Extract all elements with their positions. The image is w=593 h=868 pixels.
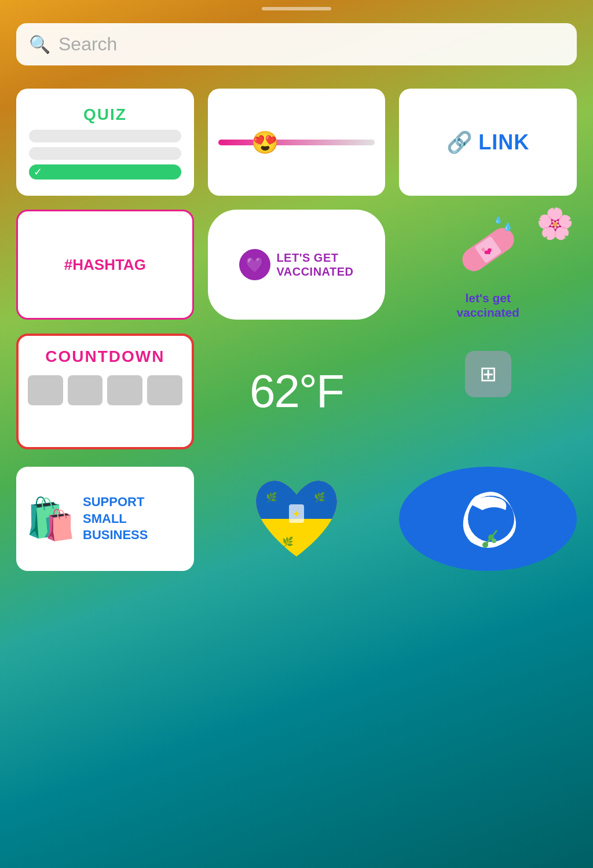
countdown-block-3 <box>107 375 142 405</box>
search-bar[interactable]: 🔍 Search <box>16 23 577 65</box>
slider-emoji: 😍 <box>251 130 279 155</box>
svg-text:💧: 💧 <box>494 215 503 224</box>
vaccine-illustration-sticker[interactable]: 🌸 ❤ 💧 💧 let's get vaccinated <box>399 210 577 320</box>
vaccination-icon-circle: 💜 <box>239 249 270 280</box>
vaccine-illustration-text: let's get vaccinated <box>456 291 519 320</box>
temperature-value: 62°F <box>250 365 343 418</box>
sticker-grid-row1: QUIZ ✓ 😍 🔗 LINK #HASHTAG 💜 LET'S GET VAC… <box>16 89 577 320</box>
countdown-block-4 <box>147 375 182 405</box>
vaccination-badge-sticker[interactable]: 💜 LET'S GET VACCINATED <box>208 210 386 320</box>
hashtag-sticker[interactable]: #HASHTAG <box>16 210 194 320</box>
search-icon: 🔍 <box>29 34 50 54</box>
link-label: LINK <box>478 130 529 155</box>
countdown-block-2 <box>68 375 103 405</box>
sticker-grid-row2: COUNTDOWN 62°F ⊞ <box>16 334 577 449</box>
bandaid-illustration: 🌸 ❤ 💧 💧 <box>399 212 577 287</box>
ukraine-heart-sticker[interactable]: 🌿 🌿 🌿 ✦ <box>208 467 386 571</box>
countdown-sticker[interactable]: COUNTDOWN <box>16 334 194 449</box>
support-text: SUPPORT SMALL BUSINESS <box>83 494 148 544</box>
countdown-blocks <box>28 375 182 405</box>
add-sticker-button[interactable]: ⊞ <box>465 351 511 397</box>
flower-icon: 🌸 <box>536 206 574 241</box>
svg-text:💧: 💧 <box>503 222 513 232</box>
checkmark-icon: ✓ <box>34 166 42 178</box>
add-sticker-column: ⊞ <box>399 334 577 449</box>
emoji-slider-sticker[interactable]: 😍 <box>208 89 386 196</box>
countdown-block-1 <box>28 375 63 405</box>
link-chain-icon: 🔗 <box>446 130 473 155</box>
hashtag-label: #HASHTAG <box>64 256 146 274</box>
slider-container: 😍 <box>218 140 375 145</box>
peace-dove-svg <box>442 473 535 565</box>
support-small-business-sticker[interactable]: 🛍️ SUPPORT SMALL BUSINESS <box>16 467 194 571</box>
quiz-option-line2 <box>29 147 181 160</box>
heart-icon: 💜 <box>246 256 264 274</box>
quiz-title: QUIZ <box>29 105 181 124</box>
vaccination-text: LET'S GET VACCINATED <box>276 251 353 279</box>
shopping-bag-icon: 🛍️ <box>25 495 76 543</box>
slider-track[interactable]: 😍 <box>218 140 375 145</box>
quiz-check-button[interactable]: ✓ <box>29 164 181 180</box>
peace-dove-sticker[interactable] <box>399 467 577 571</box>
search-placeholder: Search <box>58 34 117 55</box>
bandaid-svg: ❤ 💧 💧 <box>451 212 526 287</box>
svg-point-17 <box>482 542 488 548</box>
drag-indicator <box>262 7 331 10</box>
svg-point-18 <box>492 539 496 543</box>
svg-text:🌿: 🌿 <box>266 492 277 503</box>
temperature-sticker[interactable]: 62°F <box>208 334 386 449</box>
ukraine-heart-svg: 🌿 🌿 🌿 ✦ <box>247 473 346 565</box>
svg-text:✦: ✦ <box>292 508 301 520</box>
sticker-grid-row3: 🛍️ SUPPORT SMALL BUSINESS 🌿 🌿 🌿 <box>16 467 577 571</box>
countdown-title: COUNTDOWN <box>28 347 182 366</box>
plus-icon: ⊞ <box>479 362 497 386</box>
quiz-option-line1 <box>29 130 181 142</box>
quiz-sticker[interactable]: QUIZ ✓ <box>16 89 194 196</box>
svg-text:🌿: 🌿 <box>282 536 294 547</box>
svg-text:🌿: 🌿 <box>314 492 325 503</box>
link-sticker[interactable]: 🔗 LINK <box>399 89 577 196</box>
